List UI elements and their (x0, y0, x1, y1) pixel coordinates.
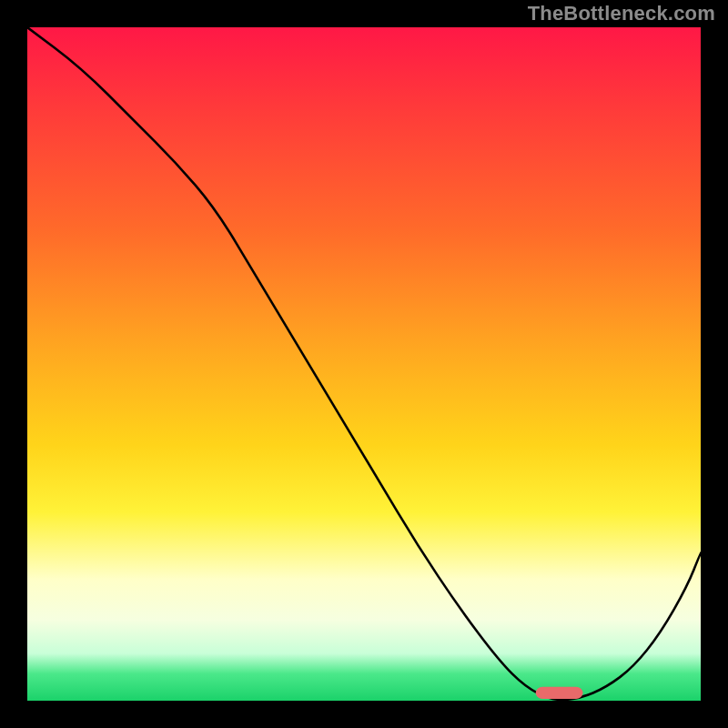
curve-layer (27, 27, 701, 701)
optimal-marker (536, 687, 583, 699)
chart-frame: TheBottleneck.com (0, 0, 728, 728)
watermark-text: TheBottleneck.com (528, 2, 715, 25)
bottleneck-curve (27, 27, 701, 700)
plot-area (27, 27, 701, 701)
